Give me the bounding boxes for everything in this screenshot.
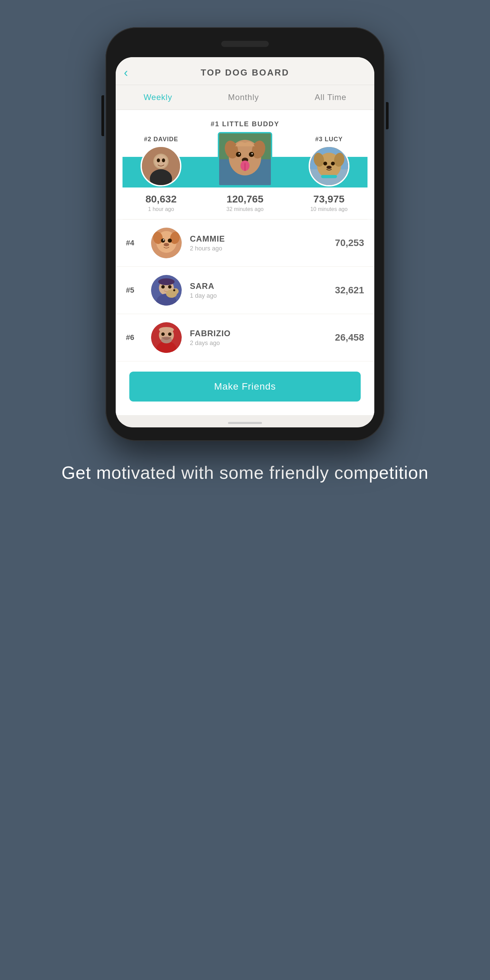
podium-section: #1 LITTLE BUDDY #2 DAVIDE — [116, 110, 374, 219]
sara-time: 1 day ago — [190, 292, 335, 299]
svg-rect-26 — [321, 175, 337, 178]
home-indicator — [228, 422, 262, 424]
cammie-avatar — [151, 228, 182, 258]
fabrizio-info: FABRIZIO 2 days ago — [190, 329, 335, 347]
svg-point-4 — [157, 159, 160, 162]
tab-monthly[interactable]: Monthly — [221, 91, 266, 104]
list-item: #6 — [116, 314, 374, 361]
phone-speaker — [221, 41, 269, 47]
second-avatar — [140, 146, 181, 186]
second-time: 1 hour ago — [148, 206, 174, 212]
svg-point-31 — [161, 239, 165, 243]
tagline-section: Get motivated with some friendly competi… — [21, 461, 469, 485]
sara-name: SARA — [190, 282, 335, 291]
first-score: 120,765 — [227, 193, 263, 205]
sara-info: SARA 1 day ago — [190, 282, 335, 299]
make-friends-button[interactable]: Make Friends — [129, 372, 361, 401]
svg-point-43 — [173, 289, 175, 291]
svg-point-14 — [251, 153, 253, 154]
first-place-label: #1 LITTLE BUDDY — [211, 120, 279, 127]
tagline-text: Get motivated with some friendly competi… — [62, 461, 429, 485]
svg-point-32 — [168, 239, 172, 243]
third-avatar — [309, 146, 350, 186]
svg-point-25 — [326, 166, 331, 169]
svg-point-40 — [158, 278, 175, 285]
make-friends-section: Make Friends — [116, 361, 374, 415]
third-rank-label: #3 LUCY — [315, 136, 343, 143]
svg-point-34 — [164, 243, 169, 247]
podium-third: #3 LUCY — [309, 136, 350, 212]
cammie-time: 2 hours ago — [190, 245, 335, 252]
sara-score: 32,621 — [335, 285, 364, 296]
first-avatar — [218, 132, 272, 186]
first-time: 32 minutes ago — [226, 206, 263, 212]
rank-5: #5 — [126, 286, 143, 295]
phone-screen: ‹ TOP DOG BOARD Weekly Monthly All Time … — [116, 57, 374, 427]
fabrizio-name: FABRIZIO — [190, 329, 335, 338]
page-title: TOP DOG BOARD — [201, 67, 290, 78]
podium-second: #2 DAVIDE 80, — [140, 136, 181, 212]
svg-point-47 — [161, 332, 165, 336]
svg-point-39 — [168, 285, 172, 288]
tabs-bar: Weekly Monthly All Time — [116, 85, 374, 110]
rank-4: #4 — [126, 239, 143, 247]
rank-6: #6 — [126, 333, 143, 342]
svg-point-12 — [249, 152, 254, 157]
cammie-score: 70,253 — [335, 237, 364, 248]
tab-weekly[interactable]: Weekly — [137, 91, 179, 104]
third-score: 73,975 — [313, 193, 345, 205]
header: ‹ TOP DOG BOARD — [116, 57, 374, 85]
svg-point-48 — [168, 332, 172, 336]
second-rank-label: #2 DAVIDE — [144, 136, 178, 143]
podium-first: 120,765 32 minutes ago — [218, 132, 272, 212]
fabrizio-avatar — [151, 322, 182, 353]
third-time: 10 minutes ago — [310, 206, 347, 212]
tab-alltime[interactable]: All Time — [308, 91, 353, 104]
list-item: #4 — [116, 220, 374, 267]
second-score: 80,632 — [145, 193, 177, 205]
svg-point-11 — [236, 152, 241, 157]
sara-avatar — [151, 275, 182, 305]
svg-point-13 — [239, 153, 240, 154]
svg-point-38 — [161, 285, 165, 288]
svg-point-50 — [159, 327, 174, 332]
fabrizio-score: 26,458 — [335, 332, 364, 343]
cammie-name: CAMMIE — [190, 234, 335, 243]
fabrizio-time: 2 days ago — [190, 340, 335, 347]
svg-point-33 — [163, 239, 164, 240]
leaderboard-list: #4 — [116, 220, 374, 361]
podium-top: #2 DAVIDE 80, — [123, 132, 368, 212]
cammie-info: CAMMIE 2 hours ago — [190, 234, 335, 252]
svg-point-23 — [323, 162, 327, 165]
svg-point-24 — [331, 162, 334, 165]
svg-point-5 — [162, 159, 165, 162]
back-button[interactable]: ‹ — [124, 67, 128, 79]
svg-point-42 — [172, 288, 179, 294]
list-item: #5 — [116, 267, 374, 314]
